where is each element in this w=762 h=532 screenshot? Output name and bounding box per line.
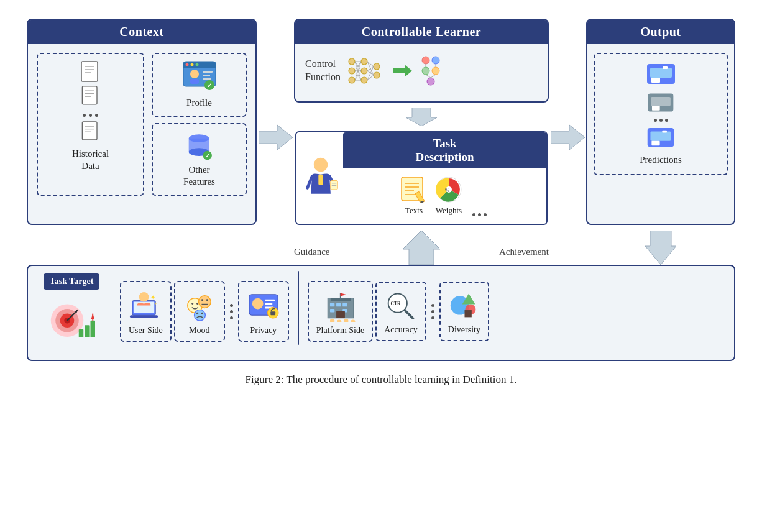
svg-rect-86: [663, 66, 668, 69]
up-arrow-svg: [403, 231, 440, 265]
predictions-label: Predictions: [640, 154, 682, 167]
svg-point-115: [196, 303, 198, 305]
mood-cell: Mood: [174, 281, 225, 342]
svg-point-32: [349, 68, 355, 74]
svg-point-120: [194, 310, 205, 321]
svg-point-57: [422, 67, 429, 75]
svg-point-118: [206, 300, 208, 301]
svg-point-58: [432, 67, 439, 75]
privacy-label: Privacy: [250, 326, 277, 336]
printer-icon-3: [645, 126, 677, 150]
task-person-area: [296, 132, 343, 224]
context-right: ✓ Profile: [152, 53, 247, 196]
task-target-label: Task Target: [44, 273, 100, 290]
svg-point-59: [427, 78, 434, 85]
svg-marker-143: [340, 293, 346, 297]
accuracy-icon: CTR: [385, 289, 417, 321]
diversity-icon: [448, 289, 480, 321]
svg-rect-8: [82, 122, 97, 140]
privacy-icon: [247, 288, 280, 322]
user-side-group: ✦ + User Side: [115, 266, 294, 350]
svg-rect-85: [651, 78, 660, 83]
svg-rect-135: [329, 309, 334, 313]
arrow-learner-to-output: [549, 19, 586, 225]
achievement-arrow-area: [586, 231, 735, 265]
task-target-section: Task Target: [28, 266, 115, 350]
profile-cell: ✓ Profile: [152, 53, 247, 117]
user-side-label: User Side: [129, 326, 163, 336]
svg-rect-20: [203, 71, 213, 73]
mood-label: Mood: [189, 326, 209, 336]
svg-point-18: [190, 70, 199, 78]
svg-line-67: [308, 177, 312, 188]
svg-point-33: [349, 77, 355, 83]
svg-rect-88: [651, 97, 671, 106]
svg-marker-94: [403, 231, 440, 265]
svg-rect-89: [652, 106, 660, 111]
svg-point-17: [195, 63, 198, 66]
output-title: Output: [587, 20, 734, 44]
dots-between-mood-privacy: [227, 304, 236, 319]
svg-rect-133: [336, 303, 341, 307]
svg-rect-134: [342, 303, 347, 307]
svg-rect-4: [82, 86, 97, 104]
weights-item: % Weights: [435, 176, 462, 216]
more-items-dots: [470, 213, 489, 216]
task-desc-title: TaskDescription: [343, 132, 546, 168]
svg-point-36: [361, 77, 367, 83]
context-box: Context: [27, 19, 257, 225]
historical-data-label: HistoricalData: [72, 148, 109, 172]
output-nodes-icon: [418, 55, 446, 86]
arrow-context-to-learner: [257, 19, 294, 225]
svg-point-124: [252, 298, 264, 310]
task-description-box: TaskDescription: [295, 131, 548, 225]
task-person-icon: [304, 156, 338, 200]
control-function-row: ControlFunction: [305, 53, 538, 89]
svg-rect-137: [336, 311, 345, 318]
svg-point-37: [374, 63, 380, 70]
svg-rect-22: [203, 78, 211, 80]
svg-rect-92: [651, 141, 659, 146]
svg-rect-21: [203, 75, 210, 76]
svg-rect-150: [464, 310, 471, 317]
user-side-cell: ✦ + User Side: [120, 281, 172, 342]
doc-icon-2: [79, 85, 103, 110]
achievement-label: Achievement: [499, 247, 549, 257]
svg-rect-0: [81, 62, 98, 81]
platform-side-cell: Platform Side: [308, 281, 373, 342]
down-arrow-achievement-svg: [645, 231, 676, 265]
svg-point-38: [374, 72, 380, 78]
doc-icon-1: [79, 60, 103, 88]
svg-marker-54: [393, 65, 412, 77]
middle-section: Controllable Learner ControlFunction: [294, 19, 549, 225]
svg-marker-30: [259, 125, 293, 150]
svg-rect-125: [265, 300, 275, 301]
svg-rect-104: [90, 321, 95, 337]
svg-line-145: [405, 310, 413, 318]
down-arrow-svg: [406, 108, 437, 126]
task-target-icon: [48, 296, 95, 342]
accuracy-cell: CTR Accuracy: [375, 282, 426, 341]
svg-text:%: %: [445, 188, 449, 193]
svg-rect-19: [190, 79, 199, 84]
task-desc-right: TaskDescription: [343, 132, 546, 224]
svg-line-62: [426, 75, 431, 78]
weights-icon: %: [435, 176, 462, 203]
svg-point-55: [422, 57, 429, 64]
svg-point-65: [314, 158, 328, 172]
svg-marker-64: [406, 108, 437, 126]
svg-text:CTR: CTR: [390, 301, 400, 307]
user-side-icon: ✦ +: [129, 288, 162, 322]
figure-caption: Figure 2: The procedure of controllable …: [27, 374, 735, 386]
privacy-cell: Privacy: [238, 281, 289, 342]
output-dots: [651, 119, 671, 122]
accuracy-label: Accuracy: [384, 325, 418, 335]
profile-icon: ✓: [181, 60, 218, 94]
svg-line-63: [431, 75, 436, 78]
svg-rect-84: [650, 68, 672, 78]
historical-data-cell: HistoricalData: [37, 53, 144, 196]
neural-net-icon: [347, 55, 387, 86]
svg-text:✓: ✓: [207, 82, 212, 89]
svg-point-141: [351, 320, 355, 322]
svg-rect-126: [265, 303, 272, 305]
